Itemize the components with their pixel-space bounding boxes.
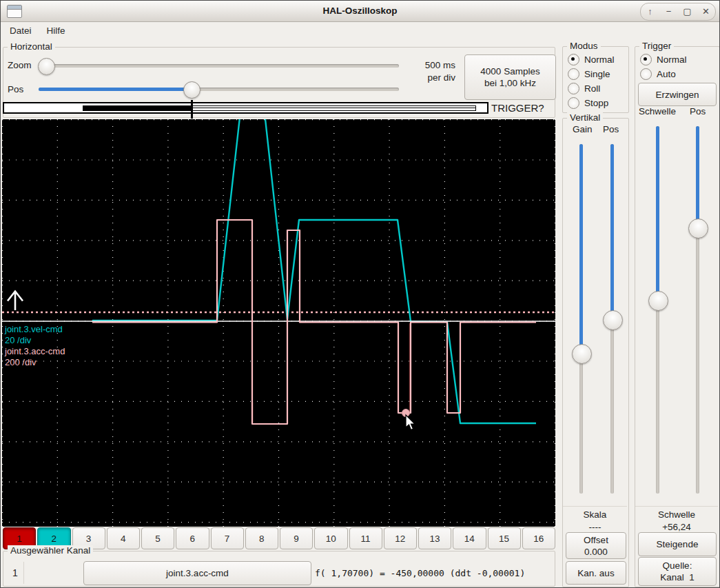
menu-bar: Datei Hilfe (2, 23, 73, 39)
trigger-level-label: Schwelle (635, 509, 718, 520)
close-icon[interactable]: ✕ (699, 4, 714, 19)
schwelle-slider-fill (656, 126, 659, 301)
channel-button-12[interactable]: 12 (384, 527, 417, 549)
radio-icon[interactable] (568, 97, 579, 109)
zoom-slider-handle[interactable] (38, 58, 55, 75)
modus-group: Modus Normal Single Roll Stopp (562, 46, 629, 113)
horizontal-group-label: Horizontal (8, 41, 55, 52)
radio-selected-icon[interactable] (640, 54, 652, 65)
channel-button-5[interactable]: 5 (141, 527, 174, 549)
app-window: HAL-Oszilloskop ↑ − ▢ ✕ Datei Hilfe Hori… (0, 0, 720, 588)
offset-button[interactable]: Offset 0.000 (566, 532, 626, 559)
trigger-edge-button[interactable]: Steigende (638, 532, 717, 556)
schwelle-slider-handle[interactable] (648, 291, 668, 311)
radio-icon[interactable] (640, 68, 652, 80)
scope-display[interactable]: joint.3.vel-cmd 20 /div joint.3.acc-cmd … (2, 119, 555, 527)
channel-button-10[interactable]: 10 (314, 527, 347, 549)
scope-channel2-name: joint.3.vel-cmd (5, 324, 63, 335)
channel-button-4[interactable]: 4 (107, 527, 140, 549)
trigger-status: TRIGGER? (491, 102, 552, 114)
channel-button-15[interactable]: 15 (488, 527, 521, 549)
vertikal-group-label: Vertikal (567, 112, 603, 123)
mouse-cursor-icon (406, 415, 415, 430)
trigger-level-value: +56,24 (635, 522, 718, 532)
radio-icon[interactable] (568, 68, 579, 80)
gain-slider-handle[interactable] (572, 344, 592, 364)
pos-label: Pos (8, 84, 23, 94)
channel-button-9[interactable]: 9 (280, 527, 313, 549)
vertikal-pos-label: Pos (603, 124, 619, 134)
trigger-pos-slider-fill (696, 126, 699, 228)
selected-channel-separator (23, 562, 24, 584)
cursor-readout: f( 1,70700) = -450,00000 (ddt -0,00001) (315, 568, 525, 578)
channel-button-11[interactable]: 11 (349, 527, 382, 549)
zoom-label: Zoom (8, 60, 32, 70)
vertikal-pos-slider-handle[interactable] (603, 310, 623, 330)
modus-option-roll[interactable]: Roll (568, 83, 628, 94)
modus-option-stopp[interactable]: Stopp (568, 97, 628, 108)
selected-channel-group-label: Ausgewähler Kanal (8, 545, 93, 556)
modus-option-normal[interactable]: Normal (568, 54, 628, 65)
record-filled-segment (83, 105, 193, 111)
force-trigger-button[interactable]: Erzwingen (638, 83, 717, 106)
channel-button-8[interactable]: 8 (245, 527, 278, 549)
window-title: HAL-Oszilloskop (1, 6, 719, 16)
zoom-slider-track[interactable] (39, 64, 399, 68)
menu-datei[interactable]: Datei (2, 23, 39, 39)
scope-channel2-scale: 20 /div (5, 335, 31, 346)
window-controls: ↑ − ▢ ✕ (640, 3, 716, 21)
timebase-value: 500 ms (413, 60, 455, 70)
maximize-icon[interactable]: ▢ (680, 4, 695, 19)
selected-channel-number: 1 (9, 567, 21, 578)
skala-label: Skala (563, 509, 627, 520)
samples-button[interactable]: 4000 Samples bei 1,00 kHz (464, 54, 556, 100)
channel-button-14[interactable]: 14 (453, 527, 486, 549)
schwelle-label: Schwelle (639, 106, 676, 116)
channel-button-16[interactable]: 16 (522, 527, 555, 549)
channel-off-button[interactable]: Kan. aus (566, 561, 626, 585)
skala-value: ---- (563, 522, 627, 532)
channel-button-7[interactable]: 7 (211, 527, 244, 549)
scope-canvas[interactable] (2, 119, 555, 527)
trigger-option-normal[interactable]: Normal (640, 54, 719, 65)
title-bar[interactable]: HAL-Oszilloskop ↑ − ▢ ✕ (1, 1, 719, 22)
trigger-pos-label: Pos (690, 106, 706, 116)
modus-option-single[interactable]: Single (568, 68, 628, 79)
record-position-bar (3, 102, 488, 114)
gain-label: Gain (573, 124, 593, 134)
pos-slider-fill (39, 88, 192, 91)
vertikal-separator (563, 506, 627, 507)
trigger-source-button[interactable]: Quelle: Kanal 1 (638, 557, 717, 586)
radio-selected-icon[interactable] (568, 54, 579, 65)
record-position-tick[interactable] (191, 100, 193, 119)
trigger-pos-slider-handle[interactable] (688, 219, 708, 239)
menu-hilfe[interactable]: Hilfe (39, 23, 73, 39)
vertikal-pos-slider-fill (610, 144, 614, 320)
shade-icon[interactable]: ↑ (643, 4, 658, 19)
pin-name-button[interactable]: joint.3.acc-cmd (83, 561, 311, 585)
record-mid-line (192, 108, 476, 109)
gain-slider-fill (579, 144, 583, 354)
trigger-group-label: Trigger (639, 41, 674, 51)
trigger-arrow-icon (8, 292, 23, 311)
timebase-unit: per div (413, 72, 455, 83)
trigger-separator (635, 506, 718, 507)
pos-slider-handle[interactable] (183, 81, 200, 99)
scope-channel1-name: joint.3.acc-cmd (5, 346, 65, 357)
radio-icon[interactable] (568, 83, 579, 94)
channel-button-13[interactable]: 13 (418, 527, 451, 549)
modus-group-label: Modus (567, 41, 601, 51)
scope-channel1-scale: 200 /div (5, 357, 37, 368)
minimize-icon[interactable]: − (661, 4, 677, 19)
channel-button-6[interactable]: 6 (176, 527, 209, 549)
trigger-option-auto[interactable]: Auto (640, 68, 719, 79)
